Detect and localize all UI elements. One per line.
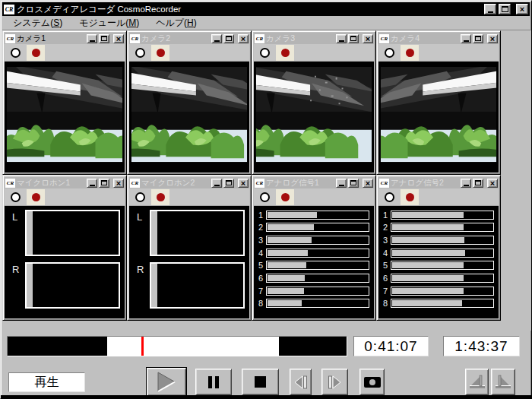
analog-channel-row: 8 — [380, 299, 494, 309]
module-title: カメラ1 — [17, 33, 85, 43]
record-button[interactable] — [276, 189, 294, 205]
mic-channel-row: L — [8, 210, 122, 256]
record-button[interactable] — [151, 189, 169, 205]
module-maximize-button[interactable] — [99, 179, 109, 188]
mic-channel-label: L — [132, 210, 150, 256]
analog-channel-label: 3 — [255, 236, 266, 245]
record-button[interactable] — [401, 189, 419, 205]
menu-bar: システム(S)モジュール(M)ヘルプ(H) — [2, 16, 530, 30]
step-back-button[interactable] — [290, 369, 312, 395]
pause-button[interactable] — [195, 369, 232, 395]
maximize-button[interactable] — [499, 4, 511, 14]
module-minimize-button[interactable] — [211, 34, 222, 43]
minimize-icon — [339, 185, 344, 186]
module-minimize-button[interactable] — [87, 179, 97, 188]
module-minimize-button[interactable] — [336, 179, 347, 188]
record-stop-button[interactable] — [256, 189, 273, 205]
module-maximize-button[interactable] — [223, 179, 234, 188]
snapshot-button[interactable] — [359, 369, 385, 395]
analog-level-meter — [266, 274, 369, 283]
analog-channel-label: 8 — [380, 299, 391, 308]
module-body — [378, 62, 499, 173]
menu-item-1[interactable]: モジュール(M) — [73, 16, 145, 30]
module-body — [5, 62, 125, 173]
record-stop-button[interactable] — [256, 45, 273, 61]
module-close-button[interactable]: × — [363, 179, 373, 188]
maximize-icon — [475, 36, 481, 41]
record-stop-button[interactable] — [381, 45, 397, 61]
module-close-button[interactable]: × — [238, 179, 249, 188]
module-titlebar[interactable]: CR カメラ1 × — [5, 33, 125, 44]
minimize-button[interactable] — [484, 4, 496, 14]
analog-channel-label: 5 — [255, 261, 266, 270]
record-dot-icon — [157, 193, 165, 201]
module-close-button[interactable]: × — [363, 34, 373, 43]
minimize-icon — [464, 40, 469, 42]
close-button[interactable]: × — [516, 4, 528, 14]
minimize-icon — [90, 40, 95, 42]
mic-channel-row: R — [8, 262, 122, 309]
record-button[interactable] — [151, 45, 169, 61]
marker-in-button[interactable] — [465, 369, 489, 395]
record-stop-button[interactable] — [7, 189, 24, 205]
module-titlebar[interactable]: CR マイクロホン2 × — [129, 177, 249, 188]
module-close-button[interactable]: × — [113, 179, 124, 188]
menu-item-2[interactable]: ヘルプ(H) — [150, 16, 203, 30]
analog-level-fill — [392, 237, 464, 243]
record-button[interactable] — [276, 45, 294, 61]
module-minimize-button[interactable] — [211, 179, 222, 188]
timeline-seek-bar[interactable] — [7, 336, 347, 356]
module-close-button[interactable]: × — [238, 34, 249, 43]
analog-channel-row: 7 — [255, 286, 369, 296]
module-close-button[interactable]: × — [487, 179, 498, 188]
record-stop-button[interactable] — [131, 189, 148, 205]
module-close-button[interactable]: × — [113, 34, 124, 43]
step-back-icon — [293, 375, 308, 389]
mic-level-meter — [25, 262, 120, 309]
analog-level-fill — [268, 262, 306, 268]
step-forward-button[interactable] — [321, 369, 348, 395]
module-maximize-button[interactable] — [99, 34, 109, 43]
module-title: カメラ2 — [141, 33, 210, 43]
record-button[interactable] — [27, 189, 45, 205]
current-time-display: 0:41:07 — [353, 336, 429, 356]
menu-item-0[interactable]: システム(S) — [7, 16, 68, 30]
playhead-marker[interactable] — [141, 337, 144, 356]
module-maximize-button[interactable] — [473, 179, 483, 188]
module-maximize-button[interactable] — [223, 34, 234, 43]
module-icon: CR — [5, 179, 15, 188]
analog-level-fill — [268, 212, 317, 218]
analog-level-meter — [266, 223, 369, 232]
record-stop-button[interactable] — [131, 45, 148, 61]
analog-level-fill — [392, 300, 462, 306]
marker-out-button[interactable] — [491, 369, 515, 395]
module-close-button[interactable]: × — [487, 34, 498, 43]
module-maximize-button[interactable] — [348, 179, 359, 188]
record-stop-button[interactable] — [7, 45, 24, 61]
minimize-icon — [488, 11, 493, 13]
main-titlebar[interactable]: CR クロスメディアレコーダ CosmoRecorder × — [2, 2, 530, 16]
module-window-camera-4: CR カメラ4 × — [376, 30, 501, 175]
module-minimize-button[interactable] — [87, 34, 97, 43]
analog-level-meter — [391, 299, 494, 308]
stop-button[interactable] — [242, 369, 279, 395]
play-button[interactable] — [147, 368, 186, 396]
module-minimize-button[interactable] — [461, 34, 471, 43]
module-maximize-button[interactable] — [473, 34, 483, 43]
module-titlebar[interactable]: CR カメラ4 × — [378, 33, 499, 44]
module-titlebar[interactable]: CR カメラ2 × — [129, 33, 249, 44]
record-button[interactable] — [27, 45, 45, 61]
module-minimize-button[interactable] — [336, 34, 347, 43]
module-maximize-button[interactable] — [348, 34, 359, 43]
record-button[interactable] — [401, 45, 419, 61]
module-titlebar[interactable]: CR アナログ信号1 × — [254, 177, 374, 188]
module-titlebar[interactable]: CR マイクロホン1 × — [5, 177, 125, 188]
module-titlebar[interactable]: CR アナログ信号2 × — [378, 177, 499, 188]
module-body: L R — [5, 206, 125, 318]
module-minimize-button[interactable] — [461, 179, 471, 188]
main-window: CR クロスメディアレコーダ CosmoRecorder × システム(S)モジ… — [0, 0, 532, 399]
record-dot-icon — [281, 49, 290, 57]
module-titlebar[interactable]: CR カメラ3 × — [254, 33, 374, 44]
record-stop-button[interactable] — [381, 189, 397, 205]
module-toolbar — [378, 44, 499, 62]
